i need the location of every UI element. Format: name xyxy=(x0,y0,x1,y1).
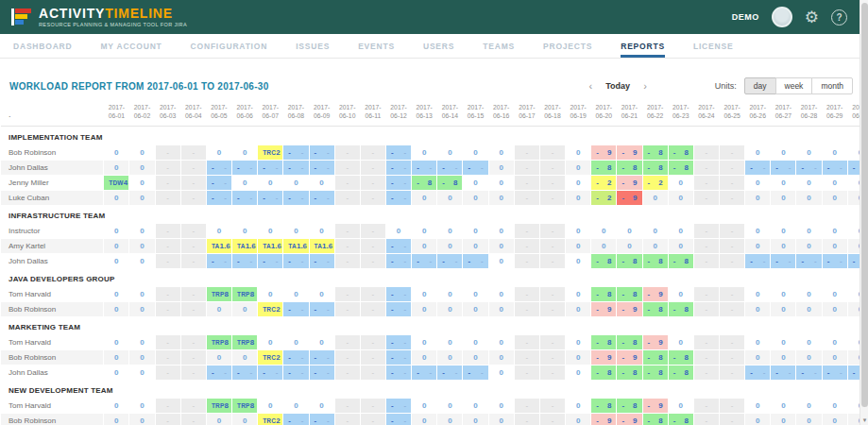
nav-item-projects[interactable]: PROJECTS xyxy=(543,34,592,58)
workload-cell: - xyxy=(540,254,565,268)
workload-cell: - xyxy=(720,335,744,349)
workload-cell: -- xyxy=(823,161,847,175)
nav-item-configuration[interactable]: CONFIGURATION xyxy=(191,34,268,58)
scrollbar-down-arrow-icon[interactable]: ▾ xyxy=(860,416,868,424)
workload-cell: - xyxy=(156,302,180,316)
date-column-header: 2017-06-15 xyxy=(463,103,487,125)
nav-item-issues[interactable]: ISSUES xyxy=(296,34,330,58)
nav-item-license[interactable]: LICENSE xyxy=(693,34,733,58)
workload-cell: 0 xyxy=(566,335,590,349)
workload-cell: -- xyxy=(283,191,308,205)
workload-cell: 0 xyxy=(129,399,154,413)
workload-cell: - xyxy=(361,414,385,425)
workload-cell: - xyxy=(720,350,744,365)
report-toolbar: WORKLOAD REPORT FROM 2017-06-01 TO 2017-… xyxy=(0,59,868,102)
workload-cell: TRP8 xyxy=(232,335,257,349)
workload-cell: -- xyxy=(463,161,487,175)
workload-cell: - xyxy=(156,350,180,365)
workload-cell: 0 xyxy=(463,191,487,205)
nav-item-my-account[interactable]: MY ACCOUNT xyxy=(100,34,162,58)
workload-cell: 0 xyxy=(771,224,795,238)
workload-cell: -- xyxy=(771,254,795,268)
units-month-button[interactable]: month xyxy=(811,77,853,94)
team-header: IMPLEMENTATION TEAM xyxy=(1,128,868,144)
workload-cell: -9 xyxy=(617,350,641,365)
nav-item-users[interactable]: USERS xyxy=(423,34,454,58)
workload-cell: 0 xyxy=(310,176,334,190)
workload-cell: -- xyxy=(283,350,308,365)
workload-cell: 0 xyxy=(129,191,154,205)
workload-cell: - xyxy=(540,335,565,349)
workload-cell: 0 xyxy=(129,145,154,160)
workload-cell: 0 xyxy=(771,350,795,365)
workload-cell: 0 xyxy=(823,287,847,301)
workload-cell: - xyxy=(720,399,744,413)
workload-cell: 0 xyxy=(232,176,257,190)
team-header: MARKETING TEAM xyxy=(1,317,868,334)
workload-cell: -- xyxy=(207,254,231,268)
workload-cell: -- xyxy=(386,176,411,190)
workload-cell: - xyxy=(694,302,719,316)
nav-item-events[interactable]: EVENTS xyxy=(358,34,395,58)
workload-cell: 0 xyxy=(412,239,436,253)
workload-cell: 0 xyxy=(566,350,590,365)
units-day-button[interactable]: day xyxy=(744,77,776,94)
workload-cell: 0 xyxy=(232,145,257,160)
workload-cell: 0 xyxy=(283,176,308,190)
date-column-header: 2017-06-24 xyxy=(694,103,719,125)
workload-cell: 0 xyxy=(669,224,693,238)
avatar[interactable] xyxy=(772,7,792,27)
workload-cell: 0 xyxy=(745,239,770,253)
workload-cell: 0 xyxy=(104,239,128,253)
workload-cell: 0 xyxy=(823,224,847,238)
nav-item-reports[interactable]: REPORTS xyxy=(621,34,665,58)
prev-period-chevron-icon[interactable]: ‹ xyxy=(589,80,593,92)
workload-cell: -- xyxy=(386,399,411,413)
scrollbar-thumb[interactable] xyxy=(861,3,868,407)
workload-cell: - xyxy=(181,254,206,268)
workload-cell: -8 xyxy=(643,254,668,268)
logo-wordmark: ACTIVITYTIMELINE xyxy=(39,7,187,20)
workload-cell: -- xyxy=(412,161,436,175)
help-icon[interactable]: ? xyxy=(831,9,847,26)
workload-cell: - xyxy=(156,287,180,301)
workload-cell: - xyxy=(515,350,539,365)
workload-cell: - xyxy=(361,335,385,349)
today-button[interactable]: Today xyxy=(605,81,630,91)
workload-cell: 0 xyxy=(104,254,128,268)
workload-cell: - xyxy=(156,414,180,425)
member-name: Tom Harvald xyxy=(1,399,103,413)
units-week-button[interactable]: week xyxy=(775,77,813,94)
workload-cell: -8 xyxy=(591,366,616,380)
workload-cell: 0 xyxy=(823,191,847,205)
workload-cell: - xyxy=(540,191,565,205)
settings-gear-icon[interactable]: ⚙ xyxy=(805,9,819,26)
member-name: Bob Robinson xyxy=(1,414,103,425)
workload-cell: -8 xyxy=(437,176,462,190)
workload-cell: - xyxy=(515,191,539,205)
workload-cell: -- xyxy=(386,161,411,175)
nav-item-dashboard[interactable]: DASHBOARD xyxy=(13,34,72,58)
workload-cell: -- xyxy=(386,145,411,160)
member-name: Tom Harvald xyxy=(1,335,103,349)
workload-cell: 0 xyxy=(283,287,308,301)
workload-cell: 0 xyxy=(566,414,590,425)
app-logo[interactable]: ACTIVITYTIMELINE RESOURCE PLANNING & MAN… xyxy=(11,7,187,27)
workload-cell: 0 xyxy=(771,335,795,349)
nav-item-teams[interactable]: TEAMS xyxy=(483,34,515,58)
workload-cell: 0 xyxy=(796,287,821,301)
workload-cell: 0 xyxy=(258,335,282,349)
next-period-chevron-icon[interactable]: › xyxy=(643,80,647,92)
workload-cell: 0 xyxy=(463,176,487,190)
workload-cell: TA1.6 xyxy=(207,239,231,253)
workload-cell: 0 xyxy=(823,176,847,190)
workload-cell: 0 xyxy=(258,224,282,238)
workload-cell: 0 xyxy=(745,191,770,205)
workload-cell: 0 xyxy=(463,239,487,253)
workload-cell: - xyxy=(720,239,744,253)
vertical-scrollbar[interactable]: ▾ xyxy=(859,0,868,425)
workload-cell: 0 xyxy=(489,224,514,238)
member-name: Jenny Miller xyxy=(1,176,103,190)
workload-cell: 0 xyxy=(771,191,795,205)
workload-cell: 0 xyxy=(104,366,128,380)
